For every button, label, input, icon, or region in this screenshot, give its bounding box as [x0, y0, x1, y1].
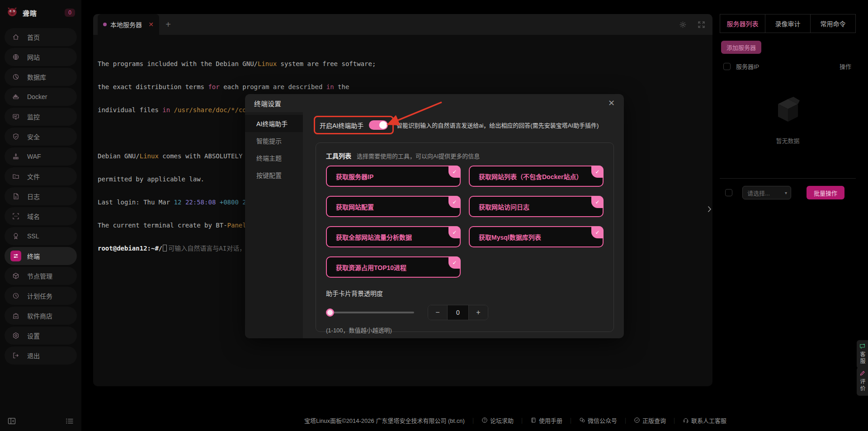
modal-header: 终端设置 ✕ [245, 94, 624, 112]
sidebar-item-logout[interactable]: 退出 [5, 346, 77, 365]
opacity-stepper: − 0 + [428, 305, 488, 320]
footer-link-label: 使用手册 [539, 416, 562, 425]
list-menu-icon[interactable] [65, 417, 74, 426]
minus-button[interactable]: − [428, 305, 447, 320]
sidebar-item-label: WAF [27, 153, 41, 160]
clock-icon [10, 290, 21, 301]
sidebar-item-website[interactable]: 网站 [5, 48, 77, 66]
ai-assistant-toggle[interactable] [369, 120, 388, 130]
sidebar-item-nodes[interactable]: 节点管理 [5, 267, 77, 285]
footer-separator: ｜ [623, 416, 628, 425]
sidebar-item-files[interactable]: 文件 [5, 167, 77, 185]
batch-select-checkbox[interactable] [725, 189, 732, 196]
footer-link-forum[interactable]: 论坛求助 [481, 416, 514, 425]
folder-icon [10, 171, 21, 182]
sidebar-item-terminal[interactable]: 终端 [5, 247, 77, 265]
sidebar-item-settings[interactable]: 设置 [5, 327, 77, 345]
tool-get-top10-processes[interactable]: 获取资源占用TOP10进程✓ [326, 256, 461, 278]
tool-get-server-ip[interactable]: 获取服务器IP✓ [326, 166, 461, 187]
chevron-down-icon: ▾ [785, 190, 787, 195]
tool-label: 获取全部网站流量分析数据 [336, 232, 412, 242]
terminal-tab-strip: 本地服务器 ✕ + [93, 14, 712, 35]
feedback-edge-button[interactable]: 评价 [857, 367, 868, 396]
copyright-text: 宝塔Linux面板©2014-2026 广东堡塔安全技术有限公司 (bt.cn) [304, 416, 465, 425]
footer-separator: ｜ [568, 416, 574, 425]
plus-button[interactable]: + [469, 305, 488, 320]
question-circle-icon [481, 417, 488, 423]
footer-link-support[interactable]: 联系人工客服 [683, 416, 726, 425]
terminal-line: the exact distribution terms for each pr… [98, 83, 712, 91]
tab-close-icon[interactable]: ✕ [148, 21, 154, 28]
logout-icon [10, 350, 21, 361]
sidebar-item-label: 首页 [27, 33, 40, 42]
sidebar-item-waf[interactable]: WAF [5, 147, 77, 166]
cube-icon [10, 270, 21, 281]
footer-link-manual[interactable]: 使用手册 [530, 416, 562, 425]
select-placeholder: 请选择... [747, 189, 770, 197]
sidebar-item-label: 监控 [27, 112, 40, 121]
footer-link-genuine-check[interactable]: 正版查询 [634, 416, 666, 425]
collapse-sidebar-icon[interactable] [7, 417, 16, 426]
opacity-slider [326, 308, 414, 317]
new-tab-button[interactable]: + [159, 19, 177, 30]
right-panel-tabs: 服务器列表 录像审计 常用命令 [720, 14, 856, 33]
expand-panel-chevron-icon[interactable] [708, 206, 712, 214]
add-server-button[interactable]: 添加服务器 [721, 41, 761, 54]
batch-operation-button[interactable]: 批量操作 [807, 186, 844, 199]
edge-button-label: 评价 [859, 379, 866, 392]
slider-track[interactable] [326, 312, 414, 313]
modal-nav: AI终端助手 智能提示 终端主题 按键配置 [245, 112, 303, 338]
verify-circle-icon [634, 417, 640, 423]
database-pie-icon [10, 71, 21, 82]
sidebar-item-label: 网站 [27, 52, 40, 62]
domain-icon [10, 211, 21, 222]
tool-get-site-access-logs[interactable]: 获取网站访问日志✓ [469, 196, 604, 217]
sidebar-item-home[interactable]: 首页 [5, 28, 77, 46]
sidebar-item-appstore[interactable]: 软件商店 [5, 307, 77, 325]
tool-get-site-list[interactable]: 获取网站列表（不包含Docker站点）✓ [469, 166, 604, 187]
sidebar-item-ssl[interactable]: SSL [5, 227, 77, 245]
terminal-line: The programs included with the Debian GN… [98, 60, 712, 68]
nav-ai-terminal-assistant[interactable]: AI终端助手 [245, 115, 303, 132]
support-chat-icon [859, 343, 865, 349]
select-all-checkbox[interactable] [723, 63, 731, 70]
slider-knob[interactable] [326, 308, 334, 317]
modal-body: AI终端助手 智能提示 终端主题 按键配置 开启AI终端助手 智能识别输入的自然… [245, 112, 624, 338]
sidebar-item-label: 设置 [27, 331, 40, 340]
sidebar-item-docker[interactable]: Docker [5, 88, 77, 106]
tool-label: 获取网站列表（不包含Docker站点） [479, 172, 582, 181]
sidebar-item-database[interactable]: 数据库 [5, 68, 77, 86]
tab-title: 本地服务器 [110, 20, 142, 29]
tab-common-commands[interactable]: 常用命令 [811, 14, 855, 33]
sidebar-item-label: 安全 [27, 132, 40, 141]
nav-terminal-theme[interactable]: 终端主题 [245, 149, 303, 166]
footer-link-wechat[interactable]: 微信公众号 [579, 416, 617, 425]
shop-bag-icon [10, 310, 21, 321]
fullscreen-icon[interactable] [698, 21, 705, 28]
empty-box-icon [772, 96, 804, 124]
message-count-badge[interactable]: 0 [65, 9, 75, 17]
sidebar-item-logs[interactable]: 日志 [5, 187, 77, 205]
tab-server-list[interactable]: 服务器列表 [720, 14, 765, 33]
close-icon[interactable]: ✕ [608, 98, 615, 108]
tool-get-mysql-databases[interactable]: 获取Mysql数据库列表✓ [469, 226, 604, 247]
server-table-header: 服务器IP 操作 [720, 62, 856, 71]
tab-local-server[interactable]: 本地服务器 ✕ [98, 14, 159, 35]
tool-get-site-config[interactable]: 获取网站配置✓ [326, 196, 461, 217]
tab-recording-audit[interactable]: 录像审计 [765, 14, 811, 33]
sidebar-item-cron[interactable]: 计划任务 [5, 287, 77, 305]
check-badge-icon: ✓ [448, 196, 461, 208]
sidebar-item-security[interactable]: 安全 [5, 128, 77, 146]
home-icon [10, 32, 21, 43]
nav-key-config[interactable]: 按键配置 [245, 166, 303, 184]
sidebar-item-domain[interactable]: 域名 [5, 207, 77, 225]
batch-action-select[interactable]: 请选择... ▾ [742, 186, 791, 199]
modal-title: 终端设置 [254, 99, 281, 108]
nav-smart-tips[interactable]: 智能提示 [245, 132, 303, 149]
gear-icon[interactable] [679, 21, 687, 28]
terminal-icon [10, 251, 21, 261]
column-server-ip: 服务器IP [736, 62, 759, 71]
sidebar-item-monitor[interactable]: 监控 [5, 108, 77, 126]
tool-get-traffic-analytics[interactable]: 获取全部网站流量分析数据✓ [326, 226, 461, 247]
customer-service-edge-button[interactable]: 客服 [857, 340, 868, 369]
